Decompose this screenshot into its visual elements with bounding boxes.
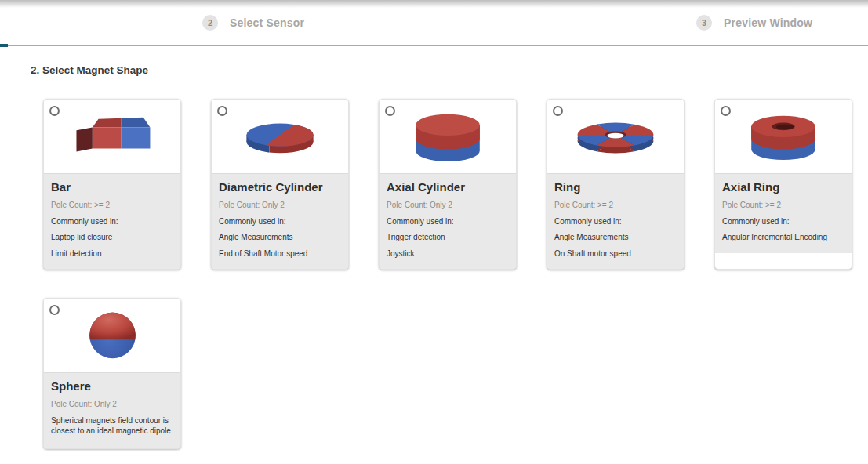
magnet-shape-card-grid: Bar Pole Count: >= 2 Commonly used in:La… [0,82,868,464]
axial-cylinder-radio[interactable] [385,106,395,116]
usage-text: Commonly used in: [722,216,845,227]
axial-ring-radio[interactable] [721,106,731,116]
usage-text: Limit detection [51,248,174,259]
step-label: Select Sensor [230,16,304,29]
step-select-sensor[interactable]: 2 Select Sensor [202,15,304,31]
pole-count-text: Pole Count: Only 2 [219,200,342,211]
magnet-shape-title: Bar [51,180,174,194]
pole-count-text: Pole Count: >= 2 [722,200,845,211]
top-edge-shadow [0,0,868,8]
magnet-shape-card-sphere[interactable]: Sphere Pole Count: Only 2 Spherical magn… [43,298,181,449]
magnet-shape-card-ring[interactable]: Ring Pole Count: >= 2 Commonly used in:A… [547,99,685,270]
usage-text: Commonly used in: [387,216,510,227]
progress-track [0,45,868,46]
magnet-shape-title: Axial Cylinder [387,180,510,194]
pole-count-text: Pole Count: Only 2 [51,399,174,410]
ring-magnet-icon [569,112,662,161]
step-label: Preview Window [724,16,812,29]
wizard-steps-bar: 2 Select Sensor 3 Preview Window [0,8,868,44]
usage-text: Commonly used in: [219,216,342,227]
usage-text: On Shaft motor speed [554,248,677,259]
magnet-info-panel: Axial Cylinder Pole Count: Only 2 Common… [380,173,516,269]
pole-count-text: Pole Count: Only 2 [387,200,510,211]
section-title: 2. Select Magnet Shape [31,64,868,76]
magnet-shape-title: Diametric Cylinder [219,180,342,194]
magnet-preview-area [380,100,516,173]
magnet-info-panel: Bar Pole Count: >= 2 Commonly used in:La… [44,173,180,269]
usage-text: Commonly used in: [554,216,677,227]
usage-text: Angle Measurements [219,232,342,243]
magnet-shape-title: Axial Ring [722,180,845,194]
magnet-info-panel: Diametric Cylinder Pole Count: Only 2 Co… [212,173,348,269]
magnet-preview-area [44,299,180,372]
axial-cylinder-magnet-icon [401,110,494,163]
usage-text: End of Shaft Motor speed [219,248,342,259]
diametric-cylinder-radio[interactable] [217,106,227,116]
sphere-radio[interactable] [49,305,60,315]
magnet-shape-title: Ring [554,180,677,194]
usage-text: Laptop lid closure [51,232,174,243]
bar-radio[interactable] [49,106,60,116]
magnet-shape-title: Sphere [51,379,174,393]
usage-text: Angle Measurements [554,232,677,243]
usage-text: Joystick [387,248,510,259]
bar-magnet-icon [66,112,158,161]
magnet-shape-card-diametric-cylinder[interactable]: Diametric Cylinder Pole Count: Only 2 Co… [211,99,349,270]
magnet-shape-card-bar[interactable]: Bar Pole Count: >= 2 Commonly used in:La… [43,99,181,270]
diametric-cylinder-magnet-icon [234,112,326,161]
magnet-shape-card-axial-ring[interactable]: Axial Ring Pole Count: >= 2 Commonly use… [714,99,852,270]
step-number-badge: 2 [202,15,218,31]
magnet-info-panel: Axial Ring Pole Count: >= 2 Commonly use… [715,173,852,253]
magnet-shape-card-axial-cylinder[interactable]: Axial Cylinder Pole Count: Only 2 Common… [379,99,517,270]
sphere-magnet-icon [71,310,154,361]
step-number-badge: 3 [696,15,712,31]
ring-radio[interactable] [553,106,563,116]
magnet-preview-area [212,100,348,173]
steps-progress-divider [0,44,868,47]
usage-text: Trigger detection [387,232,510,243]
magnet-preview-area [715,100,852,173]
magnet-preview-area [44,100,180,173]
magnet-info-panel: Ring Pole Count: >= 2 Commonly used in:A… [547,173,684,269]
usage-text: Spherical magnets field contour is close… [51,415,174,437]
axial-ring-magnet-icon [737,110,830,163]
magnet-shape-section: 2. Select Magnet Shape Bar Pole Count: >… [0,64,868,464]
usage-text: Commonly used in: [51,216,174,227]
pole-count-text: Pole Count: >= 2 [554,200,677,211]
magnet-preview-area [547,100,684,173]
step-preview-window[interactable]: 3 Preview Window [696,15,812,31]
pole-count-text: Pole Count: >= 2 [51,200,174,211]
progress-accent [0,44,8,47]
magnet-info-panel: Sphere Pole Count: Only 2 Spherical magn… [44,372,180,448]
usage-text: Angular Incremental Encoding [722,232,845,243]
